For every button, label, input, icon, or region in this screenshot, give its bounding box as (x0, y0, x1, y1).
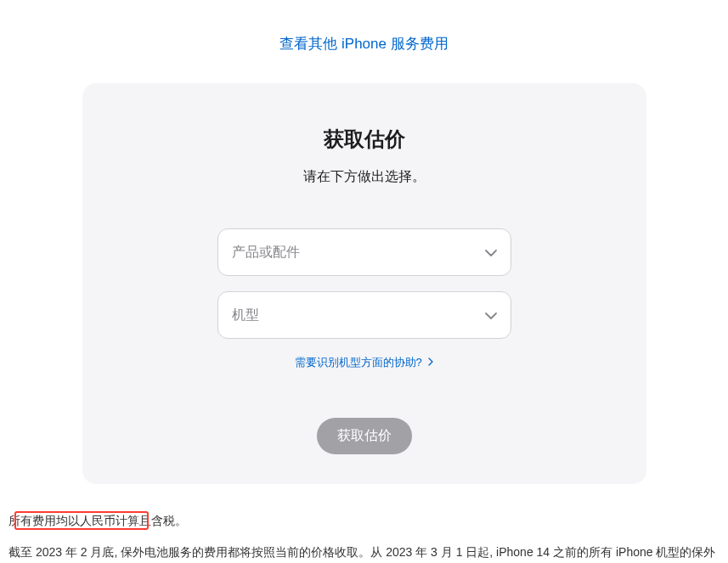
product-select[interactable]: 产品或配件 (217, 228, 511, 276)
other-services-link[interactable]: 查看其他 iPhone 服务费用 (279, 36, 448, 52)
chevron-right-icon (428, 356, 433, 369)
card-subtitle: 请在下方做出选择。 (116, 168, 612, 186)
chevron-down-icon (485, 307, 497, 323)
model-select[interactable]: 机型 (217, 291, 511, 339)
model-select-placeholder: 机型 (232, 307, 259, 324)
card-title: 获取估价 (116, 126, 612, 153)
product-select-placeholder: 产品或配件 (232, 244, 300, 262)
identify-model-help-link[interactable]: 需要识别机型方面的协助? (295, 356, 434, 369)
model-select-wrapper: 机型 (217, 291, 511, 339)
help-link-label: 需要识别机型方面的协助? (295, 356, 422, 369)
top-link-container: 查看其他 iPhone 服务费用 (0, 0, 728, 83)
chevron-down-icon (485, 245, 497, 260)
footer-line1: 所有费用均以人民币计算且含税。 (8, 508, 720, 534)
product-select-wrapper: 产品或配件 (217, 228, 511, 276)
estimate-card: 获取估价 请在下方做出选择。 产品或配件 机型 需要识别机型方面的协助? 获取估… (82, 83, 646, 484)
get-estimate-button[interactable]: 获取估价 (317, 418, 412, 454)
footer-text: 所有费用均以人民币计算且含税。 截至 2023 年 2 月底, 保外电池服务的费… (0, 484, 728, 563)
footer-line2: 截至 2023 年 2 月底, 保外电池服务的费用都将按照当前的价格收取。从 2… (8, 539, 720, 563)
help-link-container: 需要识别机型方面的协助? (116, 354, 612, 370)
